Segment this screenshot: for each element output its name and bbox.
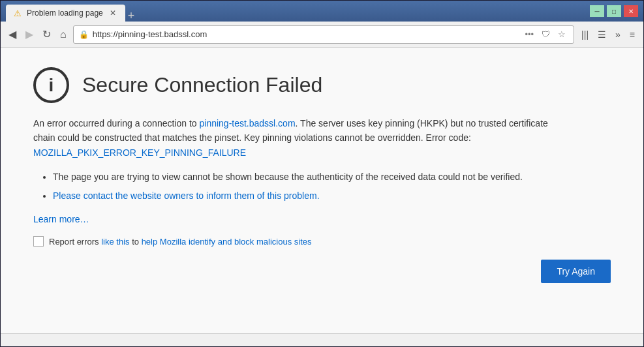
error-description: An error occurred during a connection to… — [33, 116, 555, 160]
maximize-button[interactable]: □ — [607, 5, 621, 17]
error-site-link[interactable]: pinning-test.badssl.com — [199, 118, 295, 128]
report-row: Report errors like this to help Mozilla … — [33, 236, 611, 247]
bullet-item-2: Please contact the website owners to inf… — [53, 189, 562, 203]
bookmark-button[interactable]: ☆ — [555, 28, 568, 40]
minimize-button[interactable]: ─ — [590, 5, 604, 17]
address-bar[interactable]: 🔒 https://pinning-test.badssl.com ••• 🛡 … — [73, 25, 574, 44]
status-bar — [1, 333, 643, 346]
error-code: MOZILLA_PKIX_ERROR_KEY_PINNING_FAILURE — [33, 147, 246, 158]
menu-button[interactable]: ≡ — [626, 27, 638, 42]
learn-more-link[interactable]: Learn more… — [33, 214, 89, 224]
more-options-button[interactable]: ••• — [522, 28, 536, 40]
close-button[interactable]: ✕ — [624, 5, 638, 17]
home-button[interactable]: ⌂ — [57, 26, 69, 43]
tab-area: ⚠ Problem loading page ✕ + — [6, 1, 586, 22]
help-mozilla-link[interactable]: help Mozilla identify and block maliciou… — [142, 237, 312, 247]
title-bar: ⚠ Problem loading page ✕ + ─ □ ✕ — [1, 1, 643, 22]
reload-button[interactable]: ↻ — [40, 25, 54, 43]
sidebar-button[interactable]: ☰ — [594, 27, 609, 42]
shield-button[interactable]: 🛡 — [539, 28, 553, 40]
error-desc-part1: An error occurred during a connection to — [33, 118, 199, 128]
contact-link[interactable]: Please contact the website owners to inf… — [53, 190, 320, 201]
window-controls: ─ □ ✕ — [590, 5, 638, 17]
url-display: https://pinning-test.badssl.com — [93, 29, 519, 39]
tab-label: Problem loading page — [27, 8, 103, 18]
tab-warning-icon: ⚠ — [14, 8, 22, 18]
new-tab-button[interactable]: + — [128, 10, 135, 22]
toolbar-right: ||| ☰ » ≡ — [578, 27, 638, 42]
overflow-button[interactable]: » — [612, 27, 624, 42]
bullet-text-1: The page you are trying to view cannot b… — [53, 172, 523, 182]
error-title: Secure Connection Failed — [82, 73, 322, 97]
library-button[interactable]: ||| — [578, 27, 592, 42]
active-tab[interactable]: ⚠ Problem loading page ✕ — [6, 5, 125, 22]
try-again-button[interactable]: Try Again — [541, 260, 611, 283]
report-label: Report errors like this to help Mozilla … — [49, 237, 312, 247]
error-bullet-list: The page you are trying to view cannot b… — [33, 170, 611, 203]
address-actions: ••• 🛡 ☆ — [522, 28, 568, 40]
error-header: i Secure Connection Failed — [33, 67, 611, 103]
back-button[interactable]: ◀ — [6, 25, 19, 43]
like-this-link[interactable]: like this — [101, 237, 129, 247]
info-icon: i — [33, 67, 69, 103]
bottom-actions: Try Again — [33, 260, 611, 283]
report-checkbox[interactable] — [33, 236, 44, 247]
content-area: i Secure Connection Failed An error occu… — [1, 48, 643, 333]
forward-button[interactable]: ▶ — [23, 25, 36, 43]
tab-close-button[interactable]: ✕ — [108, 8, 117, 18]
secure-icon: 🔒 — [79, 30, 89, 39]
browser-window: ⚠ Problem loading page ✕ + ─ □ ✕ ◀ ▶ ↻ ⌂… — [0, 0, 644, 347]
bullet-item-1: The page you are trying to view cannot b… — [53, 170, 562, 184]
navigation-bar: ◀ ▶ ↻ ⌂ 🔒 https://pinning-test.badssl.co… — [1, 22, 643, 48]
